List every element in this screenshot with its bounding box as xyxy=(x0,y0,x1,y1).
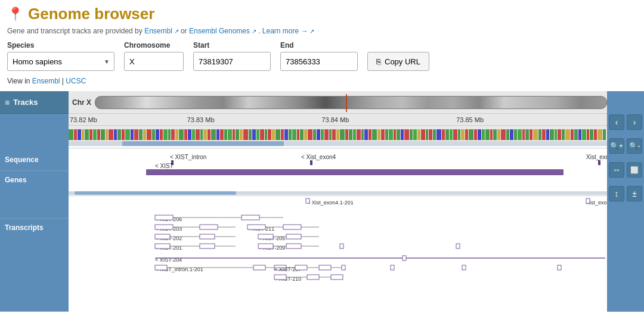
svg-rect-44 xyxy=(243,129,248,140)
transcripts-track: < Xist_exon4.1-201 Xist_exon1.1-201 > < … xyxy=(69,196,607,312)
svg-rect-37 xyxy=(216,129,219,140)
svg-rect-188 xyxy=(295,265,307,270)
sequence-scrollbar[interactable] xyxy=(69,141,607,146)
svg-rect-58 xyxy=(300,129,304,140)
svg-rect-62 xyxy=(317,129,320,140)
svg-rect-59 xyxy=(304,129,307,140)
svg-text:< XIST: < XIST xyxy=(155,163,174,169)
svg-rect-38 xyxy=(220,129,224,140)
svg-rect-75 xyxy=(369,129,371,140)
svg-rect-130 xyxy=(590,129,593,140)
end-input[interactable] xyxy=(280,52,358,71)
svg-rect-183 xyxy=(155,265,167,270)
svg-rect-47 xyxy=(256,129,259,140)
svg-rect-192 xyxy=(462,265,466,270)
zoom-in-button[interactable]: 🔍+ xyxy=(609,138,624,154)
svg-rect-105 xyxy=(490,129,493,140)
zoom-out-button[interactable]: 🔍- xyxy=(627,138,642,154)
chromosome-input[interactable] xyxy=(124,52,184,71)
svg-rect-28 xyxy=(179,129,184,140)
svg-rect-109 xyxy=(506,129,509,140)
genes-label: Genes xyxy=(0,171,69,219)
svg-rect-72 xyxy=(357,129,361,140)
svg-rect-197 xyxy=(307,275,319,280)
svg-rect-57 xyxy=(297,129,299,140)
svg-rect-96 xyxy=(453,129,457,140)
svg-rect-39 xyxy=(224,129,227,140)
svg-rect-31 xyxy=(192,129,195,140)
height-down-button[interactable]: ± xyxy=(627,186,642,201)
share-icon: ⎘ xyxy=(376,57,381,66)
ensembl-link[interactable]: Ensembl xyxy=(144,27,178,35)
svg-rect-65 xyxy=(329,129,332,140)
species-select[interactable]: Homo sapiens xyxy=(7,52,114,71)
svg-rect-162 xyxy=(155,234,170,239)
svg-rect-147 xyxy=(586,198,590,203)
svg-rect-18 xyxy=(139,129,143,140)
learn-more-link[interactable]: Learn more → xyxy=(262,27,314,35)
species-select-wrapper: Homo sapiens xyxy=(7,52,114,71)
svg-rect-81 xyxy=(394,129,396,140)
svg-rect-189 xyxy=(319,265,331,270)
chr-ideogram xyxy=(95,96,607,109)
svg-rect-146 xyxy=(306,198,309,203)
svg-rect-170 xyxy=(155,244,170,249)
hamburger-icon[interactable]: ≡ xyxy=(5,98,10,107)
nav-right-button[interactable]: › xyxy=(627,114,642,130)
page-title: Genome browser xyxy=(28,5,154,23)
svg-rect-33 xyxy=(200,129,203,140)
svg-rect-158 xyxy=(247,225,265,229)
svg-rect-64 xyxy=(324,129,329,140)
svg-rect-89 xyxy=(426,129,428,140)
svg-rect-176 xyxy=(340,244,343,249)
svg-rect-121 xyxy=(555,129,557,140)
svg-rect-43 xyxy=(240,129,243,140)
ensembl-view-link[interactable]: Ensembl xyxy=(32,77,60,85)
start-group: Start xyxy=(193,41,271,71)
end-group: End xyxy=(280,41,358,71)
height-up-button[interactable]: ↕ xyxy=(609,186,624,201)
svg-text:< XIST_intron: < XIST_intron xyxy=(170,154,206,160)
species-group: Species Homo sapiens xyxy=(7,41,114,71)
svg-rect-114 xyxy=(525,129,529,140)
transcripts-svg: < Xist_exon4.1-201 Xist_exon1.1-201 > < … xyxy=(69,196,607,312)
svg-rect-51 xyxy=(272,129,275,140)
svg-rect-118 xyxy=(542,129,546,140)
svg-rect-16 xyxy=(131,129,134,140)
chromosome-label: Chromosome xyxy=(124,41,184,49)
ucsc-view-link[interactable]: UCSC xyxy=(66,77,86,85)
copy-url-button[interactable]: ⎘ Copy URL xyxy=(367,52,429,71)
svg-rect-106 xyxy=(493,129,497,140)
svg-rect-159 xyxy=(283,225,301,229)
svg-rect-115 xyxy=(530,129,532,140)
svg-rect-55 xyxy=(289,129,292,140)
chromosome-bar: Chr X xyxy=(69,91,607,114)
svg-rect-24 xyxy=(163,129,168,140)
chr-position-marker xyxy=(346,94,347,112)
end-label: End xyxy=(280,41,358,49)
start-input[interactable] xyxy=(193,52,271,71)
sequence-svg xyxy=(69,128,607,141)
svg-rect-50 xyxy=(268,129,271,140)
ensembl-genomes-link[interactable]: Ensembl Genomes xyxy=(189,27,256,35)
svg-rect-184 xyxy=(253,265,265,270)
svg-rect-14 xyxy=(122,129,125,140)
svg-rect-32 xyxy=(196,129,200,140)
svg-rect-56 xyxy=(292,129,296,140)
svg-rect-88 xyxy=(421,129,425,140)
svg-rect-7 xyxy=(93,129,97,140)
svg-rect-127 xyxy=(578,129,581,140)
browser-container: ≡ Tracks Sequence Genes Transcripts Chr … xyxy=(0,91,644,312)
svg-rect-77 xyxy=(377,129,380,140)
svg-rect-85 xyxy=(410,129,413,140)
svg-text:< Xist_exon4.1-201: < Xist_exon4.1-201 xyxy=(307,200,354,206)
svg-rect-128 xyxy=(582,129,586,140)
nav-left-button[interactable]: ‹ xyxy=(609,114,624,130)
svg-rect-83 xyxy=(401,129,404,140)
transcripts-label: Transcripts xyxy=(0,219,69,312)
svg-rect-70 xyxy=(349,129,352,140)
svg-rect-48 xyxy=(260,129,264,140)
collapse-button[interactable]: ⬜ xyxy=(627,162,642,178)
expand-button[interactable]: ↔ xyxy=(609,162,624,178)
svg-rect-171 xyxy=(200,244,215,249)
